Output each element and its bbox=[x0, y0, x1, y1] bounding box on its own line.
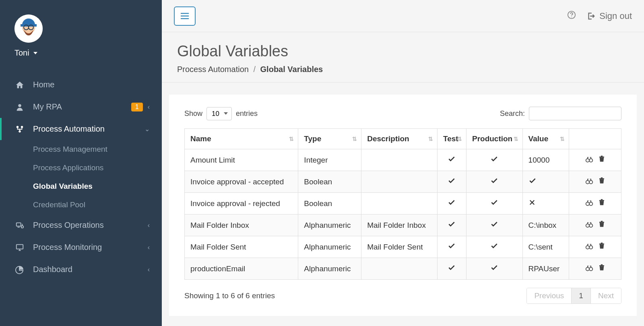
sidebar-item-home[interactable]: Home bbox=[0, 74, 162, 96]
col-value[interactable]: Value⇅ bbox=[522, 129, 569, 149]
sign-out-icon bbox=[586, 12, 595, 21]
prev-button[interactable]: Previous bbox=[527, 288, 572, 303]
col-test[interactable]: Test⇅ bbox=[437, 129, 466, 149]
monitor-icon bbox=[14, 243, 25, 252]
check-icon bbox=[448, 221, 456, 230]
hamburger-button[interactable] bbox=[174, 6, 196, 26]
breadcrumb-parent[interactable]: Process Automation bbox=[177, 65, 249, 74]
table-row: Mail Folder SentAlphanumericMail Folder … bbox=[185, 236, 621, 258]
show-label: Show bbox=[184, 109, 202, 118]
delete-icon[interactable] bbox=[598, 242, 605, 252]
sidebar-item-process-operations[interactable]: Process Operations ‹ bbox=[0, 214, 162, 236]
delete-icon[interactable] bbox=[598, 220, 605, 230]
search-label: Search: bbox=[500, 109, 525, 118]
sort-icon: ⇅ bbox=[352, 137, 357, 140]
check-icon bbox=[490, 156, 498, 165]
sidebar-item-process-automation[interactable]: Process Automation ⌄ bbox=[0, 118, 162, 140]
cross-icon bbox=[528, 199, 536, 208]
table-footer: Showing 1 to 6 of 6 entries Previous 1 N… bbox=[184, 288, 621, 304]
delete-icon[interactable] bbox=[598, 198, 605, 208]
svg-rect-12 bbox=[17, 244, 23, 249]
view-icon[interactable] bbox=[585, 243, 593, 252]
cell-test bbox=[437, 258, 466, 280]
table-row: Amount LimitInteger10000 bbox=[185, 149, 621, 171]
cell-actions bbox=[569, 193, 621, 215]
svg-rect-37 bbox=[601, 243, 603, 243]
delete-icon[interactable] bbox=[598, 264, 605, 274]
cell-description: Mail Folder Inbox bbox=[361, 215, 438, 236]
search-input[interactable] bbox=[529, 107, 621, 120]
view-icon[interactable] bbox=[585, 264, 593, 274]
svg-point-17 bbox=[571, 17, 572, 17]
cell-name: Amount Limit bbox=[185, 149, 298, 171]
col-production[interactable]: Production⇅ bbox=[466, 129, 522, 149]
cell-type: Boolean bbox=[298, 171, 361, 193]
breadcrumb-current: Global Variables bbox=[260, 65, 323, 74]
chevron-down-icon: ⌄ bbox=[144, 125, 150, 133]
subnav-item-process-applications[interactable]: Process Applications bbox=[0, 159, 162, 177]
col-name[interactable]: Name⇅ bbox=[185, 129, 298, 149]
nav-label: Process Operations bbox=[33, 221, 104, 230]
user-menu[interactable]: Toni bbox=[14, 48, 147, 58]
view-icon[interactable] bbox=[585, 156, 593, 165]
user-block: Toni bbox=[0, 0, 162, 66]
svg-rect-24 bbox=[599, 178, 604, 179]
entries-label: entries bbox=[236, 109, 258, 118]
check-icon bbox=[490, 243, 498, 252]
cell-value: C:\sent bbox=[522, 236, 569, 258]
cell-type: Alphanumeric bbox=[298, 215, 361, 236]
sidebar-item-dashboard[interactable]: Dashboard ‹ bbox=[0, 258, 162, 281]
sign-out-button[interactable]: Sign out bbox=[586, 11, 632, 21]
page-1-button[interactable]: 1 bbox=[572, 288, 591, 303]
subnav-item-global-variables[interactable]: Global Variables bbox=[0, 177, 162, 196]
view-icon[interactable] bbox=[585, 177, 593, 187]
svg-rect-13 bbox=[181, 13, 189, 14]
svg-rect-20 bbox=[599, 157, 604, 157]
svg-point-27 bbox=[589, 202, 592, 205]
cell-description bbox=[361, 149, 438, 171]
svg-rect-40 bbox=[599, 265, 604, 266]
show-entries: Show 10 entries bbox=[184, 107, 258, 120]
check-icon bbox=[490, 264, 498, 273]
table-row: Invoice approval - rejectedBoolean bbox=[185, 193, 621, 215]
help-icon[interactable] bbox=[567, 10, 576, 22]
check-icon bbox=[448, 264, 456, 273]
cell-type: Alphanumeric bbox=[298, 258, 361, 280]
svg-rect-29 bbox=[601, 199, 603, 200]
subnav-item-credential-pool[interactable]: Credential Pool bbox=[0, 196, 162, 214]
col-type[interactable]: Type⇅ bbox=[298, 129, 361, 149]
svg-point-8 bbox=[19, 130, 21, 132]
svg-point-19 bbox=[589, 159, 592, 162]
next-button[interactable]: Next bbox=[591, 288, 621, 303]
breadcrumb-separator: / bbox=[253, 65, 256, 74]
col-description[interactable]: Description⇅ bbox=[361, 129, 438, 149]
delete-icon[interactable] bbox=[598, 155, 605, 165]
cell-actions bbox=[569, 149, 621, 171]
table-row: Invoice approval - acceptedBoolean bbox=[185, 171, 621, 193]
svg-point-22 bbox=[586, 180, 589, 184]
cell-test bbox=[437, 193, 466, 215]
svg-point-31 bbox=[589, 224, 592, 227]
sort-icon: ⇅ bbox=[457, 137, 462, 140]
sidebar-item-process-monitoring[interactable]: Process Monitoring ‹ bbox=[0, 236, 162, 258]
svg-rect-10 bbox=[18, 227, 20, 227]
page-header: Global Variables Process Automation / Gl… bbox=[162, 32, 644, 83]
check-icon bbox=[448, 156, 456, 165]
avatar[interactable] bbox=[14, 14, 43, 43]
view-icon[interactable] bbox=[585, 221, 593, 230]
cell-test bbox=[437, 149, 466, 171]
cell-test bbox=[437, 236, 466, 258]
delete-icon[interactable] bbox=[598, 177, 605, 187]
subnav-item-process-management[interactable]: Process Management bbox=[0, 140, 162, 159]
view-icon[interactable] bbox=[585, 199, 593, 208]
sidebar-item-my-rpa[interactable]: My RPA 1 ‹ bbox=[0, 96, 162, 118]
svg-rect-32 bbox=[599, 222, 604, 223]
entries-select[interactable]: 10 bbox=[206, 107, 232, 120]
topbar: Sign out bbox=[162, 0, 644, 32]
svg-rect-9 bbox=[17, 223, 21, 226]
variables-table: Name⇅ Type⇅ Description⇅ Test⇅ Productio… bbox=[184, 128, 621, 280]
cell-value: 10000 bbox=[522, 149, 569, 171]
cell-name: Invoice approval - rejected bbox=[185, 193, 298, 215]
main: Sign out Global Variables Process Automa… bbox=[162, 0, 644, 326]
svg-point-6 bbox=[17, 126, 19, 128]
